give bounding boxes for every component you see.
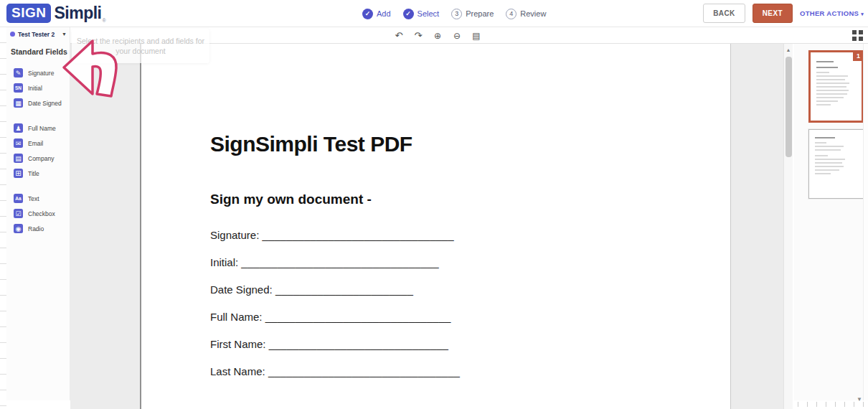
radio-icon [14,224,23,233]
check-circle-icon [362,9,373,19]
text-icon: Aa [14,194,23,203]
field-item-date-signed[interactable]: Date Signed [6,95,70,111]
building-icon [14,154,23,163]
recipient-selector[interactable]: Test Tester 2 ▼ [6,27,70,41]
header-bar: SIGN Simpli ® Add Select 3 Prepare 4 Rev… [0,0,868,27]
step-prepare[interactable]: 3 Prepare [451,9,494,19]
doc-field-date-signed: Date Signed: _______________________ [210,283,460,311]
thumbnails-scrollbar[interactable] [863,44,868,400]
doc-field-signature: Signature: _____________________________… [210,229,460,256]
recipient-color-dot [10,32,15,37]
viewer-scrollbar-thumb[interactable] [786,57,792,157]
step-add[interactable]: Add [362,9,391,19]
signsimpli-logo[interactable]: SIGN Simpli ® [6,4,106,23]
identity-field-group: Full Name Email Company Title [6,116,70,187]
step-number-circle: 3 [451,9,462,19]
doc-field-initial: Initial: _______________________________… [210,256,460,283]
viewer-toolbar: ↶ ↷ ⊕ ⊖ ▤ [70,27,868,44]
field-item-title[interactable]: Title [6,166,70,181]
field-item-text[interactable]: Aa Text [6,191,70,206]
fields-sidebar: Test Tester 2 ▼ Standard Fields Signatur… [6,27,70,400]
briefcase-icon [14,169,23,178]
person-icon [14,123,23,133]
step-review[interactable]: 4 Review [506,9,546,19]
checkbox-icon [14,209,23,218]
document-subtitle: Sign my own document - [210,192,372,207]
redo-icon[interactable]: ↷ [412,31,424,40]
signature-icon [14,68,23,77]
page-thumbnail-2[interactable] [808,129,864,199]
signature-field-group: Signature SN Initial Date Signed [6,61,70,116]
scroll-down-icon[interactable]: ▼ [857,396,862,403]
registered-mark: ® [102,18,105,23]
envelope-icon [14,138,23,148]
document-fields: Signature: _____________________________… [210,229,460,392]
recipient-name: Test Tester 2 [18,31,62,38]
step-label: Select [418,9,440,18]
next-button[interactable]: NEXT [753,4,793,23]
header-actions: BACK NEXT OTHER ACTIONS ▾ [703,4,864,23]
step-label: Review [520,9,546,18]
step-number-circle: 4 [506,9,516,19]
field-item-signature[interactable]: Signature [6,65,70,80]
field-item-radio[interactable]: Radio [6,221,70,236]
page-thumbnails-panel: 1 [794,44,868,400]
other-actions-menu[interactable]: OTHER ACTIONS ▾ [800,9,864,17]
standard-fields-title: Standard Fields [6,41,70,61]
progress-steps: Add Select 3 Prepare 4 Review [362,0,546,27]
undo-icon[interactable]: ↶ [393,31,405,40]
doc-field-last-name: Last Name: _____________________________… [210,365,460,392]
doc-field-full-name: Full Name: _____________________________… [210,311,460,338]
signsimpli-app: SIGN Simpli ® Add Select 3 Prepare 4 Rev… [0,0,868,409]
step-label: Add [377,9,391,18]
initials-icon: SN [14,83,23,93]
back-button[interactable]: BACK [703,4,745,23]
page-thumbnail-1[interactable]: 1 [808,50,864,123]
field-item-full-name[interactable]: Full Name [6,121,70,136]
field-item-company[interactable]: Company [6,151,70,166]
check-circle-icon [403,9,414,19]
chevron-down-icon: ▼ [62,32,67,37]
input-field-group: Aa Text Checkbox Radio [6,187,70,242]
calendar-icon [14,98,23,108]
doc-field-first-name: First Name: ____________________________… [210,338,460,365]
document-canvas: SignSimpli Test PDF Sign my own document… [70,27,793,409]
step-select[interactable]: Select [403,9,440,19]
zoom-out-icon[interactable]: ⊖ [451,32,463,40]
field-item-email[interactable]: Email [6,136,70,151]
zoom-in-icon[interactable]: ⊕ [432,32,443,40]
field-item-initial[interactable]: SN Initial [6,80,70,95]
chevron-down-icon: ▾ [861,11,864,17]
logo-simpli-text: Simpli [54,4,101,23]
viewer-scrollbar[interactable]: ▲ [783,44,793,409]
pdf-page[interactable]: SignSimpli Test PDF Sign my own document… [140,44,731,409]
grid-view-icon[interactable] [852,30,863,41]
pages-icon[interactable]: ▤ [471,32,482,40]
step-label: Prepare [466,9,494,18]
page-number-badge: 1 [853,50,864,61]
document-title: SignSimpli Test PDF [210,132,412,156]
background-page-lines [0,27,6,409]
other-actions-label: OTHER ACTIONS [800,9,859,17]
logo-sign-badge: SIGN [6,4,51,23]
field-item-checkbox[interactable]: Checkbox [6,206,70,221]
scroll-up-icon[interactable]: ▲ [784,44,793,52]
